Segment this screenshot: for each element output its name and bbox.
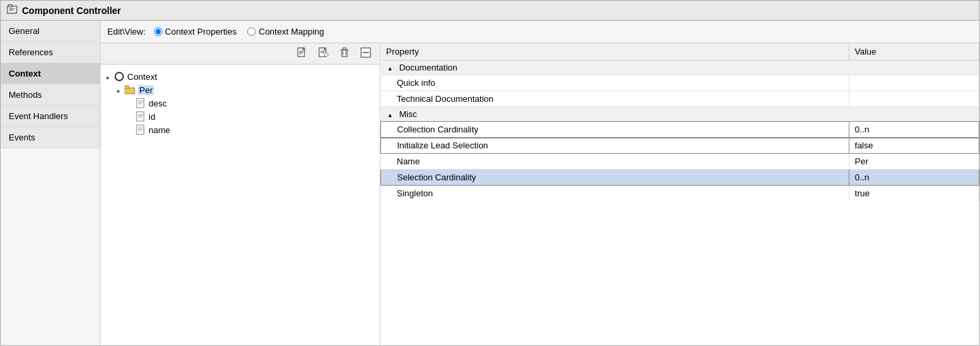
properties-table: Property Value ▴ Documentation — [380, 43, 979, 201]
prop-name-value[interactable]: Per — [849, 154, 979, 170]
prop-quick-info-value[interactable] — [849, 75, 979, 91]
col-value: Value — [849, 43, 979, 61]
tree-content: ▴ Context ▴ — [101, 65, 380, 345]
node-label-desc: desc — [149, 98, 167, 108]
sidebar-item-methods[interactable]: Methods — [1, 85, 100, 106]
svg-rect-1 — [9, 5, 12, 7]
doc-icon-id — [135, 111, 146, 122]
new-button[interactable] — [293, 45, 310, 62]
prop-row-name[interactable]: Name Per — [381, 154, 979, 170]
sidebar-item-events[interactable]: Events — [1, 127, 100, 148]
prop-technical-doc-label: Technical Documentation — [381, 91, 849, 107]
content-area: Edit\View: Context Properties Context Ma… — [101, 21, 979, 345]
sidebar-item-general[interactable]: General — [1, 21, 100, 42]
node-label-per: Per — [138, 85, 154, 95]
svg-rect-25 — [137, 112, 144, 121]
tree-node-per[interactable]: ▴ Per — [114, 83, 377, 96]
delete-button[interactable] — [336, 45, 353, 62]
tree-panel: ▴ Context ▴ — [101, 43, 380, 345]
prop-technical-doc-value[interactable] — [849, 91, 979, 107]
title-bar-icon — [6, 3, 18, 17]
prop-row-selection-cardinality[interactable]: Selection Cardinality 0..n — [381, 170, 979, 186]
prop-selection-cardinality-value[interactable]: 0..n — [849, 170, 979, 186]
prop-collection-cardinality-value[interactable]: 0..n — [849, 122, 979, 138]
sidebar-item-references[interactable]: References — [1, 42, 100, 63]
svg-rect-20 — [125, 86, 129, 88]
toggle-per: ▴ — [114, 86, 122, 94]
component-controller-window: Component Controller General References … — [0, 0, 980, 346]
radio-context-properties[interactable]: Context Properties — [154, 27, 237, 37]
section-documentation-label: Documentation — [399, 63, 457, 73]
tree-node-context[interactable]: ▴ Context — [103, 70, 377, 83]
node-label-id: id — [149, 112, 155, 122]
sidebar-item-context[interactable]: Context — [1, 63, 100, 85]
prop-row-initialize-lead-selection[interactable]: Initialize Lead Selection false — [381, 138, 979, 154]
toggle-context: ▴ — [103, 73, 111, 81]
doc-icon-name — [135, 124, 146, 135]
collapse-button[interactable] — [357, 45, 374, 62]
tree-node-name[interactable]: name — [125, 123, 377, 136]
prop-row-technical-doc[interactable]: Technical Documentation — [381, 91, 979, 107]
prop-initialize-lead-label: Initialize Lead Selection — [381, 138, 849, 154]
sidebar-item-event-handlers[interactable]: Event Handlers — [1, 106, 100, 127]
prop-row-collection-cardinality[interactable]: Collection Cardinality 0..n — [381, 122, 979, 138]
toggle-misc-icon: ▴ — [386, 111, 394, 118]
node-label-name: name — [149, 125, 171, 135]
toggle-desc — [125, 100, 133, 107]
prop-singleton-value[interactable]: true — [849, 186, 979, 202]
prop-singleton-label: Singleton — [381, 186, 849, 202]
doc-icon-desc — [135, 98, 146, 108]
section-misc-label: Misc — [399, 109, 417, 119]
edit-button[interactable] — [314, 45, 332, 62]
section-misc[interactable]: ▴ Misc — [381, 107, 979, 122]
prop-name-label: Name — [381, 154, 849, 170]
folder-icon — [125, 85, 135, 95]
main-content: General References Context Methods Event… — [1, 21, 979, 345]
svg-rect-14 — [343, 48, 346, 50]
panels: ▴ Context ▴ — [101, 43, 979, 345]
edit-view-bar: Edit\View: Context Properties Context Ma… — [101, 21, 979, 43]
title-bar: Component Controller — [1, 1, 979, 21]
prop-selection-cardinality-label: Selection Cardinality — [381, 170, 849, 186]
col-property: Property — [381, 43, 849, 61]
svg-rect-12 — [342, 50, 347, 57]
prop-row-quick-info[interactable]: Quick info — [381, 75, 979, 91]
section-documentation[interactable]: ▴ Documentation — [381, 61, 979, 75]
toggle-name — [125, 126, 133, 134]
radio-group: Context Properties Context Mapping — [154, 27, 324, 37]
toggle-id — [125, 113, 133, 120]
prop-row-singleton[interactable]: Singleton true — [381, 186, 979, 202]
circle-icon — [114, 71, 125, 82]
svg-rect-21 — [137, 98, 144, 108]
edit-view-label: Edit\View: — [107, 27, 146, 37]
prop-collection-cardinality-label: Collection Cardinality — [381, 122, 849, 138]
prop-quick-info-label: Quick info — [381, 75, 849, 91]
svg-rect-29 — [137, 125, 144, 134]
radio-context-mapping[interactable]: Context Mapping — [247, 27, 324, 37]
tree-node-id[interactable]: id — [125, 110, 377, 123]
prop-initialize-lead-value[interactable]: false — [849, 138, 979, 154]
node-label-context: Context — [127, 72, 157, 82]
properties-panel: Property Value ▴ Documentation — [380, 43, 979, 345]
tree-toolbar — [101, 43, 380, 65]
window-title: Component Controller — [22, 5, 121, 16]
sidebar: General References Context Methods Event… — [1, 21, 101, 345]
tree-node-desc[interactable]: desc — [125, 96, 377, 110]
toggle-documentation-icon: ▴ — [386, 65, 394, 72]
